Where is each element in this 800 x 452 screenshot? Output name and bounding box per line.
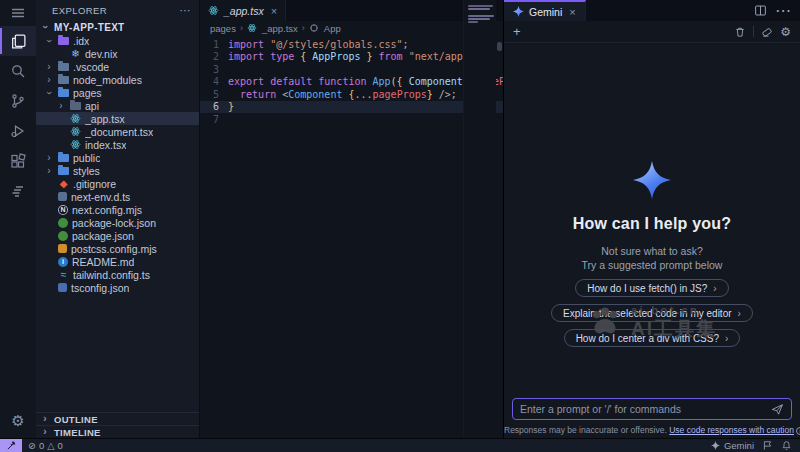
- tree-item-next-env.d.ts[interactable]: next-env.d.ts: [36, 190, 199, 203]
- vscode-window: ⚙ EXPLORER ⋯ › MY-APP-TEXT ›.idx❄dev.nix…: [0, 0, 800, 452]
- delete-chat-icon[interactable]: [734, 26, 746, 38]
- tree-item-.vscode[interactable]: ›.vscode: [36, 60, 199, 73]
- code-line-3[interactable]: 3: [200, 63, 503, 76]
- bell-icon[interactable]: [781, 440, 792, 451]
- tree-item-node_modules[interactable]: ›node_modules: [36, 73, 199, 86]
- file-icon: [58, 192, 67, 201]
- file-icon: [58, 231, 68, 241]
- code-line-2[interactable]: 2import type { AppProps } from "next/app…: [200, 51, 503, 64]
- problems-indicator[interactable]: ⊘ 0 △ 0: [22, 440, 63, 451]
- suggested-prompt-1[interactable]: How do I use fetch() in JS?›: [575, 279, 728, 297]
- remote-indicator[interactable]: [0, 439, 22, 452]
- tab-app-tsx[interactable]: _app.tsx ×: [200, 0, 286, 21]
- layers-icon[interactable]: [0, 176, 36, 206]
- tree-item-tailwind.config.ts[interactable]: ≈tailwind.config.ts: [36, 268, 199, 281]
- feedback-icon[interactable]: [762, 440, 773, 451]
- tree-item-public[interactable]: ›public: [36, 151, 199, 164]
- chevron-icon: ›: [44, 36, 54, 46]
- tree-item-pages[interactable]: ›pages: [36, 86, 199, 99]
- suggested-prompt-3[interactable]: How do I center a div with CSS?›: [564, 329, 741, 347]
- menu-icon[interactable]: [0, 0, 36, 26]
- extensions-icon[interactable]: [0, 146, 36, 176]
- tree-root-folder[interactable]: › MY-APP-TEXT: [36, 20, 199, 34]
- tree-item-postcss.config.mjs[interactable]: postcss.config.mjs: [36, 242, 199, 255]
- file-label: api: [85, 100, 99, 112]
- split-editor-icon[interactable]: [754, 4, 767, 17]
- tree-item-package.json[interactable]: package.json: [36, 229, 199, 242]
- tree-item-dev.nix[interactable]: ❄dev.nix: [36, 47, 199, 60]
- file-icon: i: [58, 257, 68, 267]
- line-number: 2: [200, 51, 228, 62]
- more-actions-icon[interactable]: ⋯: [775, 1, 791, 20]
- prompt-input[interactable]: [520, 403, 771, 415]
- gemini-settings-icon[interactable]: ⚙: [780, 26, 791, 38]
- explorer-sidebar: EXPLORER ⋯ › MY-APP-TEXT ›.idx❄dev.nix›.…: [36, 0, 200, 438]
- prompt-input-container: [512, 398, 792, 420]
- code-line-1[interactable]: 1import "@/styles/globals.css";: [200, 38, 503, 51]
- tree-item-api[interactable]: ›api: [36, 99, 199, 112]
- tree-item-package-lock.json[interactable]: package-lock.json: [36, 216, 199, 229]
- chevron-down-icon: ›: [40, 22, 50, 32]
- file-label: next-env.d.ts: [71, 191, 130, 203]
- explorer-icon[interactable]: [0, 26, 36, 56]
- suggested-prompt-2[interactable]: Explain the selected code in my editor›: [551, 304, 753, 322]
- breadcrumb[interactable]: pages › _app.tsx › App: [200, 21, 503, 35]
- eraser-icon[interactable]: [761, 26, 773, 38]
- tree-item-_document.tsx[interactable]: _document.tsx: [36, 125, 199, 138]
- code-line-4[interactable]: 4export default function App({ Component…: [200, 76, 503, 89]
- file-label: .idx: [73, 35, 89, 47]
- settings-gear-icon[interactable]: ⚙: [0, 404, 36, 438]
- chevron-icon: ›: [44, 153, 54, 163]
- send-icon[interactable]: [771, 403, 784, 416]
- close-icon[interactable]: ×: [569, 6, 575, 18]
- tree-item-next.config.mjs[interactable]: Nnext.config.mjs: [36, 203, 199, 216]
- new-chat-button[interactable]: +: [513, 25, 521, 38]
- file-label: _document.tsx: [85, 126, 153, 138]
- tree-item-_app.tsx[interactable]: _app.tsx: [36, 112, 199, 125]
- search-icon[interactable]: [0, 56, 36, 86]
- explorer-more-actions-icon[interactable]: ⋯: [180, 4, 191, 17]
- chevron-right-icon: ›: [40, 427, 50, 437]
- folder-icon: [58, 89, 69, 97]
- file-icon: ❄: [70, 48, 81, 59]
- run-debug-icon[interactable]: [0, 116, 36, 146]
- line-number: 4: [200, 76, 228, 87]
- tree-item-README.md[interactable]: iREADME.md: [36, 255, 199, 268]
- file-label: package.json: [72, 230, 134, 242]
- breadcrumb-separator: ›: [302, 23, 305, 33]
- react-icon: [70, 139, 81, 150]
- timeline-section[interactable]: › TIMELINE: [36, 425, 199, 438]
- tab-gemini[interactable]: Gemini ×: [504, 0, 586, 21]
- statusbar-gemini[interactable]: Gemini: [711, 440, 754, 451]
- chevron-right-icon: ›: [713, 283, 716, 294]
- tree-item-index.tsx[interactable]: index.tsx: [36, 138, 199, 151]
- tree-item-tsconfig.json[interactable]: tsconfig.json: [36, 281, 199, 294]
- source-control-icon[interactable]: [0, 86, 36, 116]
- tree-item-.idx[interactable]: ›.idx: [36, 34, 199, 47]
- tree-item-styles[interactable]: ›styles: [36, 164, 199, 177]
- react-icon: [247, 23, 258, 34]
- caution-link[interactable]: Use code responses with caution: [669, 425, 794, 435]
- file-label: .gitignore: [73, 178, 116, 190]
- file-label: tailwind.config.ts: [73, 269, 150, 281]
- errors-icon: ⊘: [28, 440, 36, 451]
- file-label: tsconfig.json: [71, 282, 129, 294]
- code-area[interactable]: 1import "@/styles/globals.css";2import t…: [200, 35, 503, 438]
- gemini-subtitle: Not sure what to ask? Try a suggested pr…: [504, 244, 800, 272]
- editor-group: _app.tsx × ⋯ pages › _app.tsx › App 1imp…: [200, 0, 503, 438]
- code-line-7[interactable]: 7: [200, 113, 503, 126]
- root-folder-label: MY-APP-TEXT: [54, 22, 125, 33]
- file-label: next.config.mjs: [72, 204, 142, 216]
- code-line-6[interactable]: 6}: [200, 101, 503, 114]
- code-line-5[interactable]: 5 return <Component {...pageProps} />;: [200, 88, 503, 101]
- file-label: .vscode: [73, 61, 109, 73]
- minimap[interactable]: [463, 0, 496, 438]
- tree-item-.gitignore[interactable]: ◆.gitignore: [36, 177, 199, 190]
- react-icon: [208, 5, 219, 16]
- react-icon: [70, 113, 81, 124]
- outline-section[interactable]: › OUTLINE: [36, 412, 199, 425]
- folder-icon: [58, 154, 69, 162]
- folder-icon: [58, 63, 69, 71]
- editor-scrollbar[interactable]: [496, 0, 503, 438]
- close-icon[interactable]: ×: [271, 5, 277, 17]
